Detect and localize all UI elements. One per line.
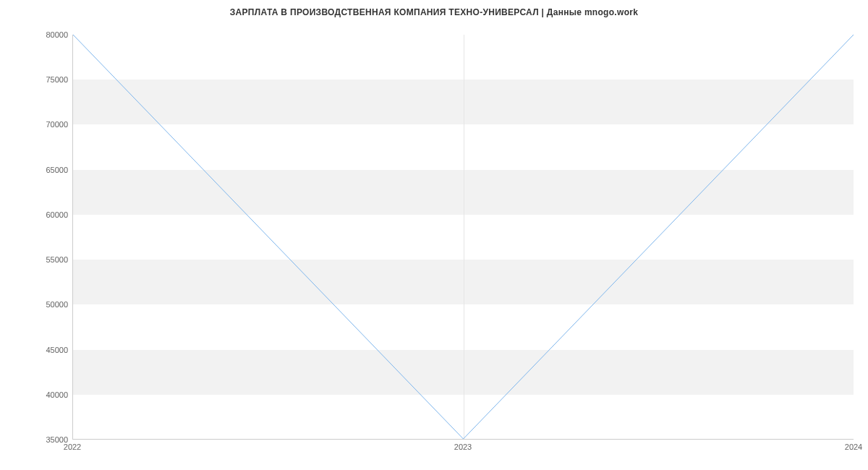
x-tick-label: 2024 [845, 443, 862, 451]
y-tick-label: 80000 [25, 30, 68, 39]
x-tick-label: 2022 [64, 443, 81, 451]
y-tick-label: 60000 [25, 210, 68, 219]
y-tick-label: 50000 [25, 300, 68, 309]
chart-title: ЗАРПЛАТА В ПРОИЗВОДСТВЕННАЯ КОМПАНИЯ ТЕХ… [0, 0, 868, 17]
y-tick-label: 75000 [25, 75, 68, 84]
y-tick-label: 45000 [25, 346, 68, 354]
series-line-salary [73, 35, 854, 439]
y-tick-label: 55000 [25, 255, 68, 264]
chart-container: ЗАРПЛАТА В ПРОИЗВОДСТВЕННАЯ КОМПАНИЯ ТЕХ… [0, 0, 868, 470]
y-tick-label: 40000 [25, 390, 68, 399]
plot-area [72, 35, 854, 440]
y-tick-label: 65000 [25, 166, 68, 174]
chart-svg [73, 35, 854, 439]
x-tick-label: 2023 [454, 443, 472, 451]
y-tick-label: 70000 [25, 120, 68, 129]
y-tick-label: 35000 [25, 435, 68, 444]
